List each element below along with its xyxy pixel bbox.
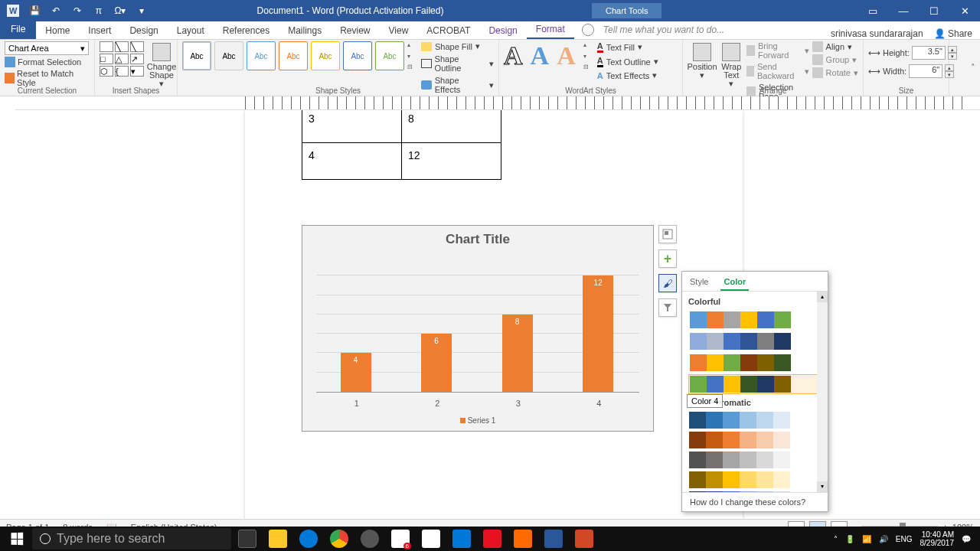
forward-icon [746,45,755,56]
chart-element-combo[interactable]: Chart Area▾ [5,41,89,55]
maximize-icon[interactable]: ☐ [919,0,949,21]
tab-insert[interactable]: Insert [79,22,120,39]
powerpoint-icon[interactable] [570,527,599,551]
qat-item-icon[interactable]: Ω▾ [110,2,130,20]
color-scheme-option[interactable] [688,451,826,469]
tab-view[interactable]: View [380,22,418,39]
chrome-icon[interactable] [325,527,354,551]
group-arrange: Position▾ Wrap Text▾ Bring Forward ▾ Sen… [683,40,864,96]
panel-tab-color[interactable]: Color [720,274,749,291]
quick-access-toolbar: W 💾 ↶ ↷ π Ω▾ ▾ [0,2,155,20]
shape-gallery[interactable]: ╲╲ □△↗ ⬡{▾ [100,41,144,77]
battery-icon[interactable]: 🔋 [845,535,854,543]
tab-layout[interactable]: Layout [168,22,214,39]
color-scheme-option[interactable] [688,310,826,330]
format-selection-button[interactable]: Format Selection [5,57,90,67]
layout-options-icon[interactable] [658,225,677,243]
color-scheme-option[interactable] [688,491,826,492]
color-scheme-option[interactable] [688,331,826,351]
share-button[interactable]: 👤 Share [934,28,972,39]
text-effects-button[interactable]: A Text Effects ▾ [597,70,658,80]
task-view-icon[interactable] [233,527,262,551]
language-tray[interactable]: ENG [896,535,913,543]
app-icon[interactable] [355,527,384,551]
height-row: ⟷Height: 3.5" ▴▾ [868,46,957,60]
tab-mailings[interactable]: Mailings [279,22,331,39]
color-scheme-option[interactable] [688,353,826,373]
chart-elements-icon[interactable]: + [658,249,677,268]
height-input[interactable]: 3.5" [912,46,946,60]
undo-icon[interactable]: ↶ [46,2,66,20]
panel-scrollbar[interactable]: ▴ ▾ [817,292,828,492]
movies-icon[interactable] [478,527,507,551]
store-icon[interactable] [416,527,446,551]
horizontal-ruler[interactable] [15,96,980,110]
clock[interactable]: 10:40 AM8/29/2017 [920,530,955,547]
qat-item-icon[interactable]: π [89,2,109,20]
reset-style-button[interactable]: Reset to Match Style [5,69,90,87]
height-spinner[interactable]: ▴▾ [948,46,957,60]
text-fill-button[interactable]: A Text Fill ▾ [597,41,658,53]
file-explorer-icon[interactable] [263,527,292,551]
tab-design[interactable]: Design [120,22,167,39]
position-button[interactable]: Position▾ [688,41,717,81]
shape-style-gallery[interactable]: Abc Abc Abc Abc Abc Abc Abc ▴▾⊟ [182,41,418,70]
legend-swatch-icon [460,418,466,423]
ribbon-options-icon[interactable]: ▭ [858,0,888,21]
width-input[interactable]: 6" [909,64,942,78]
tab-acrobat[interactable]: ACROBAT [417,22,479,39]
data-table[interactable]: 38 412 [302,110,501,180]
width-spinner[interactable]: ▴▾ [945,64,954,78]
close-icon[interactable]: ✕ [949,0,980,21]
people-icon[interactable] [447,527,476,551]
word-icon[interactable]: W [3,2,23,20]
tab-file[interactable]: File [0,21,36,39]
wrap-text-button[interactable]: Wrap Text▾ [720,41,743,90]
chart-bar[interactable]: 6 [421,334,452,392]
qat-more-icon[interactable]: ▾ [132,2,152,20]
save-icon[interactable]: 💾 [24,2,44,20]
mail-icon[interactable]: 6 [386,527,415,551]
chart-bar[interactable]: 12 [583,276,613,392]
color-scheme-option[interactable] [688,411,826,429]
tell-me-box[interactable]: Tell me what you want to do... [574,21,823,39]
wifi-icon[interactable]: 📶 [862,535,871,543]
collapse-ribbon-icon[interactable]: ˄ [971,63,975,73]
group-selection: Chart Area▾ Format Selection Reset to Ma… [0,40,95,96]
chart-plot-area[interactable]: 46812 [316,256,639,393]
app-icon[interactable] [508,527,537,551]
color-scheme-option[interactable] [688,471,826,489]
chart-object[interactable]: Chart Title 46812 1234 Series 1 [302,225,654,432]
wordart-gallery[interactable]: A A A ▴▾⊟ [504,41,594,70]
chart-styles-icon[interactable]: 🖌 [658,274,677,292]
chart-bar[interactable]: 4 [341,353,371,392]
edge-icon[interactable] [294,527,323,551]
volume-icon[interactable]: 🔊 [879,535,888,543]
tab-chart-design[interactable]: Design [479,22,526,39]
tab-references[interactable]: References [214,22,279,39]
align-button[interactable]: Align ▾ [812,41,858,52]
shape-outline-button[interactable]: Shape Outline ▾ [421,54,494,73]
redo-icon[interactable]: ↷ [67,2,87,20]
chart-bar[interactable]: 8 [502,315,533,392]
start-button[interactable] [3,527,31,551]
text-outline-button[interactable]: A Text Outline ▾ [597,56,658,67]
color-scheme-option[interactable] [688,431,826,449]
notifications-icon[interactable]: 💬 [962,535,971,543]
minimize-icon[interactable]: — [888,0,919,21]
chart-title[interactable]: Chart Title [302,226,653,250]
taskbar-search[interactable]: Type here to search [32,528,231,549]
change-shape-button[interactable]: Change Shape▾ [147,41,176,90]
color-scheme-option[interactable] [688,374,826,394]
tray-chevron-icon[interactable]: ˄ [834,535,838,543]
chart-filters-icon[interactable] [658,298,677,317]
tab-chart-format[interactable]: Format [527,21,574,39]
word-taskbar-icon[interactable] [539,527,568,551]
change-colors-link[interactable]: How do I change these colors? [682,492,828,511]
chart-legend[interactable]: Series 1 [302,416,653,425]
tab-review[interactable]: Review [331,22,379,39]
tab-home[interactable]: Home [36,22,79,39]
send-backward-button: Send Backward ▾ [746,62,809,80]
panel-tab-style[interactable]: Style [687,274,711,291]
shape-fill-button[interactable]: Shape Fill ▾ [421,41,494,51]
